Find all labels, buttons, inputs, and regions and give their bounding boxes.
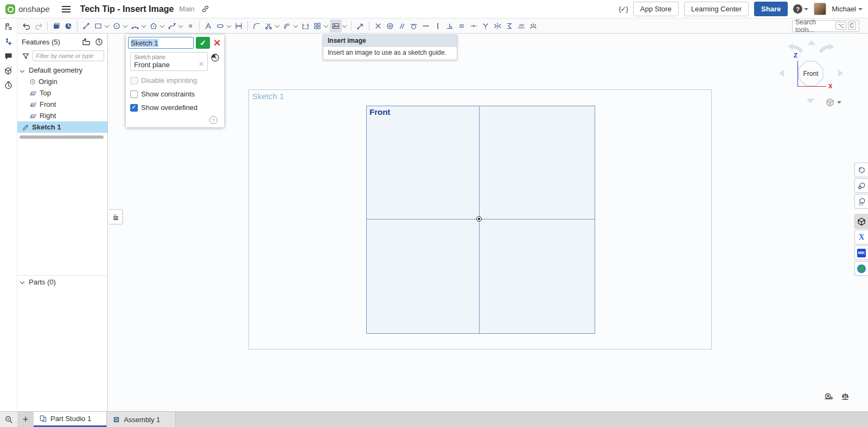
history-icon[interactable] — [3, 80, 15, 90]
solid-model-icon[interactable] — [50, 20, 62, 33]
checkbox-show-constraints[interactable]: Show constraints — [130, 90, 220, 98]
parallel-constraint-button[interactable] — [396, 20, 408, 33]
panel-toggle-button[interactable] — [109, 209, 123, 224]
rectangle-tool-button[interactable] — [92, 20, 104, 33]
rotate-up-arrow[interactable] — [808, 40, 815, 45]
sketch-origin-point[interactable] — [476, 216, 482, 222]
spline-dropdown-icon[interactable] — [178, 23, 183, 27]
user-menu[interactable]: Michael — [832, 5, 863, 13]
feature-list-icon[interactable] — [3, 21, 15, 32]
horizontal-constraint-button[interactable] — [420, 20, 432, 33]
rollback-clock-icon[interactable] — [95, 38, 103, 46]
onshape-logo-icon[interactable] — [5, 4, 15, 14]
mass-properties-icon[interactable] — [841, 392, 850, 401]
fillet-tool-button[interactable] — [251, 20, 263, 33]
line-tool-button[interactable] — [80, 20, 92, 33]
user-avatar[interactable] — [814, 3, 826, 15]
checkbox-icon[interactable] — [130, 90, 138, 98]
versions-icon[interactable] — [3, 36, 15, 47]
perpendicular-constraint-button[interactable] — [444, 20, 456, 33]
pattern-dropdown-icon[interactable] — [324, 23, 328, 27]
rotate-cw-arrow[interactable] — [818, 43, 837, 54]
insert-image-dropdown-icon[interactable] — [342, 23, 347, 27]
featurescript-icon[interactable]: {✓} — [618, 5, 628, 13]
tab-assembly-1[interactable]: Assembly 1 — [107, 412, 176, 427]
main-menu-icon[interactable] — [62, 6, 71, 12]
filter-funnel-icon[interactable] — [22, 52, 30, 60]
offset-distance-button[interactable] — [515, 20, 527, 33]
dock-mk-app-icon[interactable]: MK — [854, 245, 868, 260]
normal-constraint-button[interactable] — [480, 20, 492, 33]
dock-view-cube-icon[interactable] — [854, 214, 868, 229]
dock-cube-function-icon[interactable]: (x) — [854, 194, 868, 209]
tree-item-right[interactable]: Right — [17, 110, 107, 121]
dock-globe-app-icon[interactable] — [854, 261, 868, 276]
cancel-button[interactable]: ✕ — [212, 37, 222, 49]
view-cube-front-face[interactable]: Front — [798, 61, 824, 86]
trim-tool-button[interactable] — [263, 20, 275, 33]
help-menu[interactable]: ? — [793, 4, 808, 14]
circle-tool-button[interactable] — [111, 20, 123, 33]
rotate-left-arrow[interactable] — [779, 69, 784, 77]
checkbox-show-overdefined[interactable]: Show overdefined — [130, 103, 220, 112]
feature-rollback-icon[interactable] — [210, 53, 220, 62]
view-options-button[interactable] — [825, 98, 841, 107]
linear-pattern-button[interactable] — [299, 20, 311, 33]
add-tab-button[interactable]: + — [17, 412, 34, 427]
checkbox-disable-imprinting[interactable]: Disable imprinting — [130, 76, 220, 85]
circle-dropdown-icon[interactable] — [123, 23, 127, 27]
dock-cube-grid-icon[interactable] — [854, 163, 868, 177]
tape-measure-icon[interactable] — [824, 392, 833, 401]
rectangle-dropdown-icon[interactable] — [105, 23, 109, 27]
clear-selection-icon[interactable]: ✕ — [199, 60, 204, 68]
section-view-icon[interactable] — [62, 20, 74, 33]
rotate-down-arrow[interactable] — [807, 99, 814, 103]
comments-icon[interactable] — [3, 50, 15, 61]
learning-center-button[interactable]: Learning Center — [684, 2, 749, 16]
share-button[interactable]: Share — [754, 2, 788, 16]
tab-search-icon[interactable] — [0, 412, 17, 427]
checkbox-icon[interactable] — [130, 104, 138, 112]
redo-button[interactable] — [33, 20, 44, 33]
concentric-constraint-button[interactable] — [384, 20, 396, 33]
circular-pattern-button[interactable] — [311, 20, 323, 33]
midpoint-constraint-button[interactable] — [468, 20, 480, 33]
help-icon[interactable]: ? — [793, 4, 802, 14]
polygon-dropdown-icon[interactable] — [160, 23, 164, 27]
tree-item-sketch-1[interactable]: Sketch 1 — [17, 121, 107, 133]
tree-item-top[interactable]: Top — [17, 87, 107, 99]
filter-input[interactable] — [33, 50, 104, 61]
tangent-constraint-button[interactable] — [408, 20, 420, 33]
slot-tool-button[interactable] — [214, 20, 226, 33]
tree-item-front[interactable]: Front — [17, 99, 107, 110]
search-tools-input[interactable]: Search tools... ⌥ C — [792, 20, 859, 32]
polygon-tool-button[interactable] — [148, 20, 159, 33]
use-project-button[interactable] — [354, 20, 366, 33]
app-store-button[interactable]: App Store — [633, 2, 679, 16]
checkbox-icon[interactable] — [130, 77, 138, 85]
sketch-pattern-button[interactable] — [503, 20, 515, 33]
curvature-constraint-button[interactable] — [527, 20, 539, 33]
dimension-tool-button[interactable] — [233, 20, 245, 33]
sketch-plane-field[interactable]: Sketch plane Front plane ✕ — [130, 52, 208, 71]
coincident-constraint-button[interactable] — [372, 20, 384, 33]
tree-horizontal-scrollbar[interactable] — [20, 135, 104, 139]
offset-tool-button[interactable] — [281, 20, 293, 33]
dock-x-app-icon[interactable]: X — [854, 230, 868, 244]
text-tool-button[interactable] — [202, 20, 214, 33]
rotate-right-arrow[interactable] — [838, 69, 843, 77]
symmetric-constraint-button[interactable] — [492, 20, 503, 33]
dialog-help-icon[interactable]: ? — [209, 116, 218, 124]
confirm-button[interactable]: ✓ — [196, 37, 210, 49]
arc-tool-button[interactable] — [129, 20, 141, 33]
spline-tool-button[interactable] — [166, 20, 178, 33]
arc-dropdown-icon[interactable] — [142, 23, 146, 27]
sketch-name-input[interactable]: Sketch 1 — [128, 37, 194, 49]
dock-cube-gear-icon[interactable] — [854, 178, 868, 193]
tab-part-studio-1[interactable]: Part Studio 1 — [34, 412, 107, 427]
tree-item-origin[interactable]: Origin — [17, 76, 107, 87]
undo-button[interactable] — [21, 20, 33, 33]
parts-section-header[interactable]: Parts (0) — [17, 275, 107, 288]
trim-dropdown-icon[interactable] — [275, 23, 279, 27]
chevron-down-icon[interactable] — [20, 68, 24, 72]
